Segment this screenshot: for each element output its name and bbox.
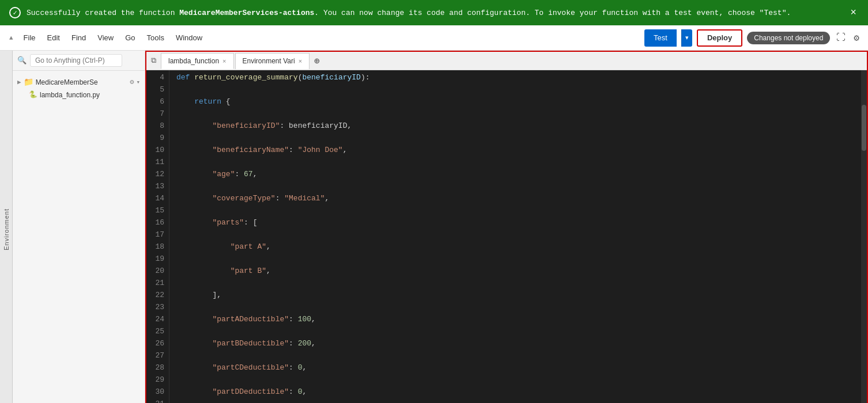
- banner-close-button[interactable]: ×: [848, 5, 859, 21]
- env-sidebar: Environment: [0, 51, 13, 403]
- test-button[interactable]: Test: [644, 29, 677, 47]
- code-editor[interactable]: 45678 910111213 1415161718 1920212223 24…: [146, 70, 867, 403]
- test-dropdown-button[interactable]: ▾: [681, 29, 692, 47]
- menu-find[interactable]: Find: [68, 32, 89, 44]
- search-input[interactable]: [30, 54, 122, 67]
- menu-edit[interactable]: Edit: [44, 32, 63, 44]
- menu-go[interactable]: Go: [122, 32, 138, 44]
- folder-gear-icon[interactable]: ⚙: [130, 78, 134, 86]
- search-bar: 🔍: [13, 51, 145, 71]
- file-row[interactable]: 🐍 lambda_function.py: [15, 89, 142, 101]
- tab-close-env[interactable]: ×: [299, 58, 302, 64]
- env-label: Environment: [3, 208, 10, 250]
- tab-label-env: Environment Vari: [243, 57, 295, 65]
- tab-add-button[interactable]: ⊕: [311, 55, 323, 67]
- menu-file[interactable]: File: [20, 32, 39, 44]
- menu-window[interactable]: Window: [172, 32, 206, 44]
- settings-icon[interactable]: ⚙: [852, 31, 861, 45]
- folder-icon: 📁: [24, 77, 33, 87]
- expand-arrow: ▶: [17, 78, 21, 86]
- search-icon: 🔍: [17, 56, 27, 65]
- folder-arrow-icon: ▾: [136, 78, 140, 86]
- toolbar-arrow[interactable]: ▲: [7, 33, 16, 43]
- expand-icon[interactable]: ⛶: [835, 31, 847, 45]
- menu-tools[interactable]: Tools: [144, 32, 168, 44]
- tab-bar: ⧉ lambda_function × Environment Vari × ⊕: [146, 52, 867, 70]
- tab-env-vars[interactable]: Environment Vari ×: [235, 53, 310, 69]
- scrollbar-thumb[interactable]: [862, 105, 866, 151]
- tab-label-lambda: lambda_function: [168, 57, 219, 65]
- success-banner: Successfully created the function Medica…: [0, 0, 868, 25]
- file-explorer: 🔍 ▶ 📁 MedicareMemberSe ⚙ ▾ 🐍 lambda_func…: [13, 51, 145, 403]
- tab-lambda-function[interactable]: lambda_function ×: [161, 53, 234, 69]
- file-name: lambda_function.py: [40, 91, 100, 99]
- toolbar: ▲ File Edit Find View Go Tools Window Te…: [0, 25, 868, 51]
- folder-name: MedicareMemberSe: [36, 78, 98, 86]
- menu-view[interactable]: View: [94, 32, 117, 44]
- tab-close-lambda[interactable]: ×: [222, 58, 226, 64]
- copy-icon[interactable]: ⧉: [151, 56, 156, 65]
- line-numbers: 45678 910111213 1415161718 1920212223 24…: [146, 70, 169, 403]
- scrollbar[interactable]: [861, 70, 867, 403]
- file-icon: 🐍: [29, 90, 37, 99]
- file-tree: ▶ 📁 MedicareMemberSe ⚙ ▾ 🐍 lambda_functi…: [13, 71, 145, 105]
- main-layout: Environment 🔍 ▶ 📁 MedicareMemberSe ⚙ ▾ 🐍…: [0, 51, 868, 403]
- folder-row[interactable]: ▶ 📁 MedicareMemberSe ⚙ ▾: [15, 75, 142, 89]
- banner-text: Successfully created the function Medica…: [27, 9, 848, 17]
- deploy-button[interactable]: Deploy: [697, 29, 742, 47]
- editor-area: ⧉ lambda_function × Environment Vari × ⊕…: [145, 51, 868, 403]
- success-icon: [9, 7, 21, 18]
- deploy-status-badge: Changes not deployed: [747, 32, 830, 44]
- code-content[interactable]: def return_coverage_summary(beneficiaryI…: [169, 70, 861, 403]
